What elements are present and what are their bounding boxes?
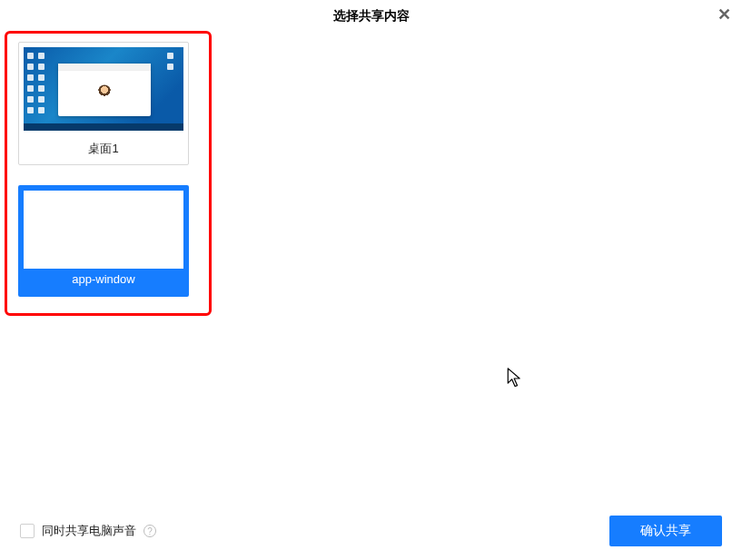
close-icon: ✕: [717, 5, 731, 24]
window-thumbnail: [24, 191, 183, 269]
confirm-share-button[interactable]: 确认共享: [609, 516, 722, 546]
dialog-footer: 同时共享电脑声音 ? 确认共享: [0, 502, 742, 560]
share-source-desktop-1[interactable]: 桌面1: [18, 42, 189, 165]
share-audio-checkbox[interactable]: 同时共享电脑声音 ?: [20, 523, 156, 539]
checkbox-icon: [20, 524, 35, 538]
share-source-list: 桌面1 app-window: [0, 31, 742, 502]
share-source-app-window[interactable]: app-window: [18, 185, 189, 297]
desktop-thumbnail: [24, 47, 183, 131]
close-button[interactable]: ✕: [715, 5, 733, 24]
share-source-label: 桌面1: [19, 135, 188, 164]
confirm-share-label: 确认共享: [640, 523, 691, 537]
share-audio-label: 同时共享电脑声音: [42, 523, 136, 539]
help-icon[interactable]: ?: [143, 525, 156, 537]
share-source-label: app-window: [24, 269, 183, 291]
desktop-window-preview: [58, 64, 151, 116]
dialog-title: 选择共享内容: [333, 8, 410, 23]
dialog-header: 选择共享内容 ✕: [0, 0, 742, 31]
